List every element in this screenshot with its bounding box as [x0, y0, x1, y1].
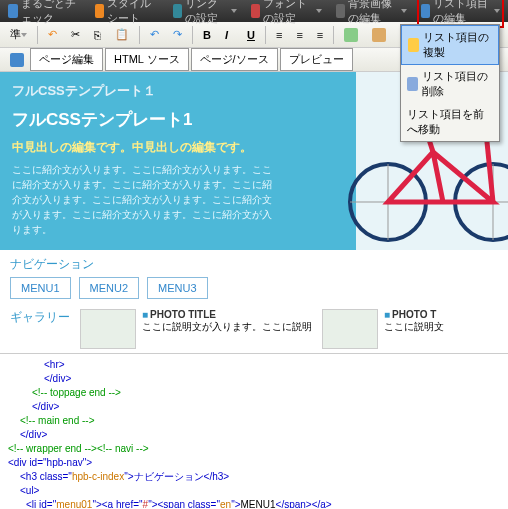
font-icon [251, 4, 260, 18]
photo-thumb [322, 309, 378, 349]
link-icon [173, 4, 182, 18]
source-pane[interactable]: <hr> </div> <!-- toppage end --> </div> … [0, 353, 508, 508]
photo-card-1: PHOTO TITLE ここに説明文が入ります。ここに説明 [80, 309, 312, 349]
redo-button[interactable]: ↷ [169, 26, 186, 43]
undo-button[interactable]: ↶ [44, 26, 61, 43]
page-body: ここに紹介文が入ります。ここに紹介文が入ります。ここに紹介文が入ります。ここに紹… [12, 162, 272, 237]
underline-button[interactable]: U [243, 27, 259, 43]
delete-icon [407, 77, 418, 91]
image-button[interactable] [340, 26, 362, 44]
photo-title: PHOTO TITLE [142, 309, 312, 320]
font-settings-button[interactable]: フォントの設定 [247, 0, 326, 28]
menu3-tab[interactable]: MENU3 [147, 277, 208, 299]
undo2-button[interactable]: ↶ [146, 26, 163, 43]
gallery-label: ギャラリー [10, 309, 70, 326]
tab-page-source[interactable]: ページ/ソース [191, 48, 278, 71]
nav-section: ナビゲーション MENU1 MENU2 MENU3 [0, 250, 508, 305]
stylesheet-button[interactable]: スタイルシート [91, 0, 164, 28]
table-button[interactable] [368, 26, 390, 44]
picture-icon [344, 28, 358, 42]
nav-label: ナビゲーション [10, 256, 498, 273]
globe-icon [10, 53, 24, 67]
tab-html-source[interactable]: HTML ソース [105, 48, 189, 71]
link-settings-button[interactable]: リンクの設定 [169, 0, 241, 28]
list-copy-item[interactable]: リスト項目の複製 [401, 25, 499, 65]
copy-icon [408, 38, 419, 52]
css-icon [95, 4, 105, 18]
gallery-section: ギャラリー PHOTO TITLE ここに説明文が入ります。ここに説明 PHOT… [0, 305, 508, 353]
photo-desc: ここに説明文 [384, 320, 444, 334]
photo-desc: ここに説明文が入ります。ここに説明 [142, 320, 312, 334]
photo-card-2: PHOTO T ここに説明文 [322, 309, 444, 349]
menu2-tab[interactable]: MENU2 [79, 277, 140, 299]
photo-title: PHOTO T [384, 309, 444, 320]
tab-preview[interactable]: プレビュー [280, 48, 353, 71]
align-center-button[interactable]: ≡ [292, 27, 306, 43]
copy-button[interactable]: ⎘ [90, 27, 105, 43]
svg-line-7 [486, 132, 493, 202]
lang-select[interactable]: 準 [6, 25, 31, 44]
list-delete-item[interactable]: リスト項目の削除 [401, 65, 499, 103]
list-move-item[interactable]: リスト項目を前へ移動 [401, 103, 499, 141]
top-toolbar: まるごとチェック スタイルシート リンクの設定 フォントの設定 背景画像の編集 … [0, 0, 508, 22]
browser-button[interactable] [6, 51, 28, 69]
image-icon [336, 4, 345, 18]
cut-button[interactable]: ✂ [67, 26, 84, 43]
paste-button[interactable]: 📋 [111, 26, 133, 43]
list-icon [421, 4, 430, 18]
menu1-tab[interactable]: MENU1 [10, 277, 71, 299]
italic-button[interactable]: I [221, 27, 237, 43]
photo-thumb [80, 309, 136, 349]
align-right-button[interactable]: ≡ [313, 27, 327, 43]
tab-page-edit[interactable]: ページ編集 [30, 48, 103, 71]
bold-button[interactable]: B [199, 27, 215, 43]
check-icon [8, 4, 18, 18]
table-icon [372, 28, 386, 42]
align-left-button[interactable]: ≡ [272, 27, 286, 43]
list-edit-dropdown: リスト項目の複製 リスト項目の削除 リスト項目を前へ移動 [400, 24, 500, 142]
check-all-button[interactable]: まるごとチェック [4, 0, 85, 28]
